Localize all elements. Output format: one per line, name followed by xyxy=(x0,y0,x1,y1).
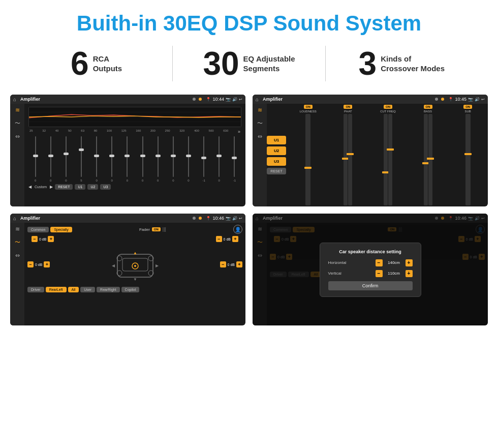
u2-preset-btn[interactable]: U2 xyxy=(267,146,286,155)
bass-label: BASS xyxy=(424,110,432,113)
u3-btn[interactable]: U3 xyxy=(100,184,111,190)
arrows-icon-2[interactable]: ⇔ xyxy=(258,133,262,140)
fl-minus[interactable]: − xyxy=(32,236,38,242)
status-bar-2: ⌂ Amplifier 📍 10:45 📷 🔊 ↩ xyxy=(253,95,488,104)
rearleft-btn-3[interactable]: RearLeft xyxy=(46,287,67,292)
fl-value: 0 dB xyxy=(39,237,46,241)
slider-5[interactable] xyxy=(90,136,104,177)
screen3-content: ≋ 〜 ⇔ Common Specialty Fader ON ||| 👤 xyxy=(10,223,245,325)
cutfreq-slider-f[interactable] xyxy=(384,114,388,205)
bottom-btns-3: Driver RearLeft All User RearRight Copil… xyxy=(27,287,242,292)
eq-main: 25 32 40 50 63 80 100 125 160 200 250 32… xyxy=(24,104,245,206)
custom-label: Custom xyxy=(35,185,47,189)
channel-vols-row: − 0 dB + − 0 dB + xyxy=(27,236,242,242)
fader-label: Fader xyxy=(139,227,150,232)
prev-arrow[interactable]: ◀ xyxy=(28,185,32,189)
eq-icon[interactable]: ≋ xyxy=(15,107,20,113)
slider-6[interactable] xyxy=(105,136,119,177)
home-icon-2[interactable]: ⌂ xyxy=(256,97,259,102)
slider-4[interactable] xyxy=(74,136,88,177)
fader-on-toggle[interactable]: ON xyxy=(152,227,161,231)
u2-btn[interactable]: U2 xyxy=(87,184,98,190)
u3-preset-btn[interactable]: U3 xyxy=(267,157,286,166)
phat-slider-g[interactable] xyxy=(344,114,348,205)
sub-on[interactable]: ON xyxy=(463,105,472,109)
loudness-slider[interactable] xyxy=(305,114,310,205)
slider-2[interactable] xyxy=(44,136,57,177)
cutfreq-label: CUT FREQ xyxy=(380,110,396,113)
eq-icon-3[interactable]: ≋ xyxy=(15,226,20,232)
cutfreq-on[interactable]: ON xyxy=(384,105,392,109)
profile-icon-3[interactable]: 👤 xyxy=(233,225,242,234)
fl-plus[interactable]: + xyxy=(48,236,54,242)
rl-plus[interactable]: + xyxy=(44,261,50,267)
bass-slider-g[interactable] xyxy=(428,114,432,205)
driver-btn-3[interactable]: Driver xyxy=(27,287,44,292)
camera-icon-2: 📷 xyxy=(468,97,473,102)
freq-labels: 25 32 40 50 63 80 100 125 160 200 250 32… xyxy=(28,129,241,134)
wave-icon-2[interactable]: 〜 xyxy=(257,120,263,127)
rearright-btn-3[interactable]: RearRight xyxy=(97,287,120,292)
eq-icon-2[interactable]: ≋ xyxy=(258,107,262,113)
app-name-2: Amplifier xyxy=(263,97,431,102)
slider-7[interactable] xyxy=(120,136,134,177)
specialty-tab-3[interactable]: Specialty xyxy=(50,227,72,232)
slider-12[interactable] xyxy=(197,136,211,177)
stat-eq: 30 EQ Adjustable Segments xyxy=(183,47,315,80)
bass-slider-f[interactable] xyxy=(424,114,428,205)
home-icon-1[interactable]: ⌂ xyxy=(13,97,16,102)
fr-minus[interactable]: − xyxy=(216,236,222,242)
rr-value: 0 dB xyxy=(228,263,235,266)
bass-on[interactable]: ON xyxy=(424,105,432,109)
slider-13[interactable] xyxy=(212,136,226,177)
fr-plus[interactable]: + xyxy=(232,236,238,242)
vertical-minus-btn[interactable]: − xyxy=(376,270,383,277)
stat-crossover-text: Kinds of Crossover Modes xyxy=(381,54,445,74)
slider-8[interactable] xyxy=(136,136,149,177)
common-tab-3[interactable]: Common xyxy=(27,227,49,232)
dialog-overlay: Car speaker distance setting Horizontal … xyxy=(253,214,488,325)
copilot-btn-3[interactable]: Copilot xyxy=(121,287,140,292)
dot-6 xyxy=(199,217,202,220)
wave-icon-3[interactable]: 〜 xyxy=(15,238,20,246)
svg-point-11 xyxy=(134,265,136,267)
wave-icon-1[interactable]: 〜 xyxy=(15,120,20,127)
eq-graph xyxy=(28,107,241,127)
phat-on[interactable]: ON xyxy=(344,105,352,109)
next-arrow[interactable]: ▶ xyxy=(50,185,53,189)
expand-icon[interactable]: » xyxy=(238,129,240,134)
loudness-label: LOUDNESS xyxy=(300,110,317,113)
u1-preset-btn[interactable]: U1 xyxy=(267,136,286,144)
reset-btn-1[interactable]: RESET xyxy=(55,184,73,190)
slider-9[interactable] xyxy=(151,136,165,177)
slider-3[interactable] xyxy=(59,136,73,177)
slider-11[interactable] xyxy=(181,136,195,177)
back-icon-2[interactable]: ↩ xyxy=(481,97,485,102)
arrows-icon-3[interactable]: ⇔ xyxy=(15,252,20,259)
rr-plus[interactable]: + xyxy=(236,261,242,267)
rr-minus[interactable]: − xyxy=(220,261,226,267)
loudness-on[interactable]: ON xyxy=(304,105,313,109)
phat-slider-f[interactable] xyxy=(348,114,352,205)
horizontal-plus-btn[interactable]: + xyxy=(406,259,413,266)
dsp-channels-panel: ON LOUDNESS ON PHAT xyxy=(288,104,488,206)
user-btn-3[interactable]: User xyxy=(80,287,95,292)
home-icon-3[interactable]: ⌂ xyxy=(13,216,16,221)
back-icon-3[interactable]: ↩ xyxy=(239,216,242,221)
screen-dsp: ⌂ Amplifier 📍 10:45 📷 🔊 ↩ ≋ 〜 ⇔ U1 xyxy=(253,95,488,206)
reset-btn-2[interactable]: RESET xyxy=(267,168,286,174)
vertical-plus-btn[interactable]: + xyxy=(406,270,413,277)
all-btn-3[interactable]: All xyxy=(68,287,79,292)
slider-10[interactable] xyxy=(166,136,180,177)
cutfreq-slider-g[interactable] xyxy=(388,114,392,205)
sub-slider[interactable] xyxy=(465,114,471,205)
arrows-icon-1[interactable]: ⇔ xyxy=(15,133,20,140)
rl-minus[interactable]: − xyxy=(27,261,34,267)
u1-btn[interactable]: U1 xyxy=(75,184,85,190)
confirm-button[interactable]: Confirm xyxy=(328,281,413,290)
horizontal-minus-btn[interactable]: − xyxy=(376,259,383,266)
slider-1[interactable] xyxy=(28,136,42,177)
back-icon-1[interactable]: ↩ xyxy=(239,97,242,102)
slider-14[interactable] xyxy=(228,136,241,177)
speaker-icon-2: 🔊 xyxy=(475,97,480,102)
